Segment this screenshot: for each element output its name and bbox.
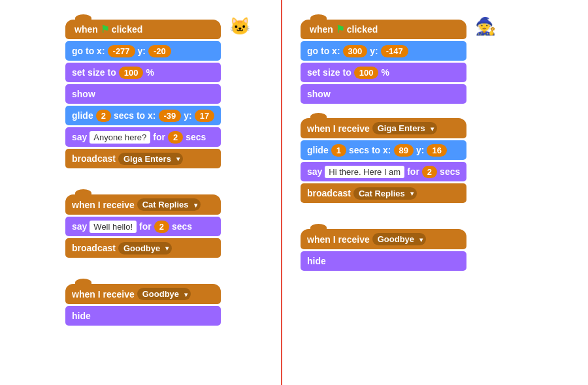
left-receive-goodbye-hat: when I receive Goodbye	[65, 284, 221, 304]
right-group-2: when I receive Goodbye hide	[301, 229, 466, 271]
receive-val[interactable]: Cat Replies	[137, 198, 201, 211]
hide-label: hide	[72, 311, 91, 321]
glide-secs-label: secs to x:	[114, 110, 156, 121]
right-setsize-label: set size to	[307, 67, 351, 78]
right-glide-y-label: y:	[416, 145, 424, 155]
right-glide-x-val[interactable]: 89	[394, 144, 414, 157]
receive3-val[interactable]: Goodbye	[137, 288, 191, 300]
left-group-1: when ⚑ clicked 🐱 go to x: -277 y: -20 se…	[65, 20, 221, 168]
glide-label: glide	[72, 110, 93, 121]
right-hide-label: hide	[307, 256, 326, 266]
broadcast2-val[interactable]: Goodbye	[118, 242, 172, 254]
left-say-block: say Anyone here? for 2 secs	[65, 127, 221, 147]
left-show-block: show	[65, 84, 221, 104]
right-glide-secs-label: secs to x:	[349, 145, 391, 155]
right-receive2-val[interactable]: Goodbye	[372, 233, 426, 245]
right-when-clicked-hat: when ⚑ clicked 🧙	[301, 20, 466, 39]
setsize-val[interactable]: 100	[119, 67, 144, 79]
glide-y-label: y:	[184, 110, 191, 121]
left-broadcast-goodbye: broadcast Goodbye	[65, 238, 221, 258]
right-hat-clicked: clicked	[347, 24, 378, 35]
right-receive-val[interactable]: Giga Enters	[372, 122, 437, 134]
giga-mascot: 🧙	[475, 16, 496, 37]
right-show-label: show	[307, 89, 331, 99]
right-receive2-label: when I receive	[307, 234, 370, 245]
right-say-label: say	[307, 166, 322, 177]
right-setsize-val[interactable]: 100	[354, 67, 379, 79]
left-goto-block: go to x: -277 y: -20	[65, 41, 221, 61]
hat-when-label: when	[74, 24, 98, 35]
right-goto-label: go to x:	[307, 46, 340, 56]
broadcast-label: broadcast	[72, 153, 116, 164]
say2-label: say	[72, 221, 87, 232]
left-receive-cat-hat: when I receive Cat Replies	[65, 194, 221, 215]
flag-icon: ⚑	[101, 23, 109, 35]
glide-n-val[interactable]: 2	[96, 110, 111, 122]
receive3-label: when I receive	[72, 289, 135, 300]
right-goto-block: go to x: 300 y: -147	[301, 41, 466, 61]
say2-secs-label: secs	[172, 221, 192, 232]
right-glide-y-val[interactable]: 16	[427, 144, 446, 157]
say-secs-val[interactable]: 2	[168, 131, 183, 144]
right-say-secs-label: secs	[440, 166, 460, 177]
left-column: when ⚑ clicked 🐱 go to x: -277 y: -20 se…	[65, 20, 221, 333]
left-broadcast-block: broadcast Giga Enters	[65, 149, 221, 168]
setsize-label: set size to	[72, 67, 116, 78]
right-hide-block: hide	[301, 251, 466, 271]
goto-x-val[interactable]: -277	[108, 45, 135, 57]
right-flag-icon: ⚑	[336, 23, 344, 35]
right-glide-label: glide	[307, 145, 329, 155]
right-percent-label: %	[381, 67, 389, 78]
right-goto-x-val[interactable]: 300	[343, 45, 368, 57]
left-say-hello-block: say Well hello! for 2 secs	[65, 217, 221, 236]
right-receive-goodbye-hat: when I receive Goodbye	[301, 229, 466, 249]
glide-x-val[interactable]: -39	[159, 110, 182, 122]
right-say-secs-val[interactable]: 2	[422, 166, 437, 178]
right-group-1: when ⚑ clicked 🧙 go to x: 300 y: -147 se…	[301, 20, 466, 203]
say-label: say	[72, 132, 87, 142]
left-setsize-block: set size to 100 %	[65, 63, 221, 82]
right-say-block: say Hi there. Here I am for 2 secs	[301, 162, 466, 181]
right-hat-when: when	[310, 24, 333, 35]
broadcast2-label: broadcast	[72, 243, 116, 253]
right-receive-label: when I receive	[307, 123, 370, 134]
say2-text-val[interactable]: Well hello!	[90, 221, 137, 233]
right-column: when ⚑ clicked 🧙 go to x: 300 y: -147 se…	[301, 20, 466, 279]
right-glide-block: glide 1 secs to x: 89 y: 16	[301, 140, 466, 160]
right-show-block: show	[301, 84, 466, 104]
right-say-text-val[interactable]: Hi there. Here I am	[325, 166, 404, 178]
right-broadcast-val[interactable]: Cat Replies	[353, 187, 417, 200]
say-secs-label: secs	[186, 132, 206, 142]
left-when-clicked-hat: when ⚑ clicked 🐱	[65, 20, 221, 39]
right-broadcast-label: broadcast	[307, 188, 351, 198]
show-label: show	[72, 89, 95, 99]
percent-label: %	[146, 67, 154, 78]
right-say-for-label: for	[407, 166, 419, 177]
say2-for-label: for	[139, 221, 152, 232]
divider	[281, 0, 282, 385]
right-broadcast-catreplies: broadcast Cat Replies	[301, 183, 466, 203]
receive-label: when I receive	[72, 200, 135, 210]
glide-y-val[interactable]: 17	[195, 110, 214, 122]
right-goto-y-val[interactable]: -147	[381, 45, 408, 57]
hat-clicked-label: clicked	[112, 24, 142, 35]
left-group-2: when I receive Cat Replies say Well hell…	[65, 194, 221, 258]
right-y-label: y:	[370, 46, 378, 56]
right-setsize-block: set size to 100 %	[301, 63, 466, 82]
broadcast-val[interactable]: Giga Enters	[118, 153, 183, 165]
goto-y-val[interactable]: -20	[148, 45, 171, 57]
say-for-label: for	[153, 132, 165, 142]
cat-mascot: 🐱	[229, 16, 250, 37]
say-text-val[interactable]: Anyone here?	[90, 131, 150, 144]
right-receive-giga-hat: when I receive Giga Enters	[301, 118, 466, 138]
y-label: y:	[138, 46, 146, 56]
right-glide-n-val[interactable]: 1	[331, 144, 346, 157]
say2-secs-val[interactable]: 2	[154, 221, 169, 233]
goto-label: go to x:	[72, 46, 105, 56]
left-hide-block: hide	[65, 306, 221, 326]
left-glide-block: glide 2 secs to x: -39 y: 17	[65, 106, 221, 125]
left-group-3: when I receive Goodbye hide	[65, 284, 221, 326]
